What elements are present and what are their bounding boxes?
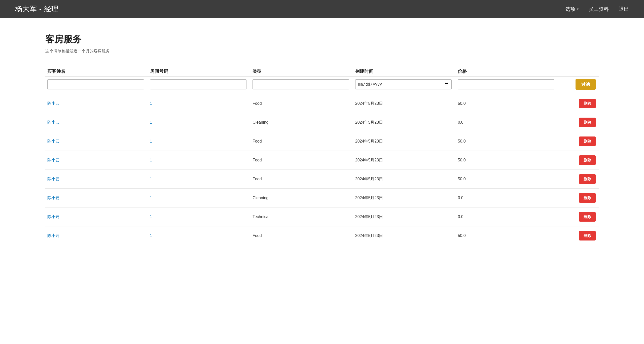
- price-cell: 0.0: [456, 120, 558, 125]
- room-number-link[interactable]: 1: [148, 196, 251, 200]
- guest-name-link[interactable]: 陈小云: [45, 139, 148, 144]
- action-col: 删除: [558, 99, 599, 108]
- room-number-link[interactable]: 1: [148, 101, 251, 106]
- col-header-price: 价格: [456, 68, 558, 74]
- options-label: 选项: [565, 6, 576, 13]
- delete-button[interactable]: 删除: [579, 193, 596, 203]
- delete-button[interactable]: 删除: [579, 99, 596, 108]
- room-number-link[interactable]: 1: [148, 215, 251, 219]
- table-row: 陈小云 1 Food 2024年5月23日 50.0 删除: [45, 226, 599, 245]
- type-cell: Food: [251, 233, 353, 238]
- guest-name-link[interactable]: 陈小云: [45, 233, 148, 238]
- price-cell: 50.0: [456, 233, 558, 238]
- delete-button[interactable]: 删除: [579, 118, 596, 127]
- date-filter-col: [353, 79, 454, 89]
- price-cell: 0.0: [456, 196, 558, 200]
- price-input[interactable]: [458, 79, 554, 89]
- filter-button[interactable]: 过滤: [576, 79, 596, 90]
- price-cell: 50.0: [456, 139, 558, 144]
- page-title: 客房服务: [45, 33, 599, 46]
- type-cell: Cleaning: [251, 196, 353, 200]
- table-row: 陈小云 1 Technical 2024年5月23日 0.0 删除: [45, 208, 599, 226]
- room-number-link[interactable]: 1: [148, 158, 251, 162]
- service-table: 宾客姓名 房间号码 类型 创建时间 价格 过滤: [45, 64, 599, 245]
- table-row: 陈小云 1 Food 2024年5月23日 50.0 删除: [45, 94, 599, 113]
- room-number-link[interactable]: 1: [148, 120, 251, 125]
- guest-name-link[interactable]: 陈小云: [45, 120, 148, 125]
- type-input[interactable]: [253, 79, 349, 89]
- action-col: 删除: [558, 155, 599, 165]
- room-number-link[interactable]: 1: [148, 177, 251, 181]
- type-cell: Food: [251, 139, 353, 144]
- type-cell: Food: [251, 177, 353, 181]
- type-cell: Cleaning: [251, 120, 353, 125]
- main-content: 客房服务 这个清单包括最近一个月的客房服务 宾客姓名 房间号码 类型 创建时间 …: [0, 18, 644, 344]
- action-col: 删除: [558, 193, 599, 203]
- price-cell: 50.0: [456, 177, 558, 181]
- logout-link[interactable]: 退出: [619, 6, 629, 13]
- created-time-cell: 2024年5月23日: [353, 120, 456, 125]
- guest-name-filter-col: [45, 79, 146, 89]
- room-number-filter-col: [148, 79, 249, 89]
- guest-name-link[interactable]: 陈小云: [45, 195, 148, 201]
- action-col: 删除: [558, 231, 599, 240]
- room-number-link[interactable]: 1: [148, 233, 251, 238]
- employee-info-link[interactable]: 员工资料: [589, 6, 609, 13]
- guest-name-link[interactable]: 陈小云: [45, 158, 148, 163]
- action-col: 删除: [558, 118, 599, 127]
- table-row: 陈小云 1 Food 2024年5月23日 50.0 删除: [45, 132, 599, 151]
- price-cell: 0.0: [456, 215, 558, 219]
- action-col: 删除: [558, 174, 599, 184]
- created-time-cell: 2024年5月23日: [353, 214, 456, 220]
- type-cell: Food: [251, 101, 353, 106]
- page-subtitle: 这个清单包括最近一个月的客房服务: [45, 49, 599, 54]
- chevron-down-icon: ▾: [577, 7, 579, 11]
- col-header-guest-name: 宾客姓名: [45, 68, 148, 74]
- created-time-cell: 2024年5月23日: [353, 139, 456, 144]
- room-number-link[interactable]: 1: [148, 139, 251, 144]
- price-filter-col: [456, 79, 556, 89]
- action-col: 删除: [558, 212, 599, 222]
- created-time-cell: 2024年5月23日: [353, 177, 456, 182]
- col-header-action: [558, 68, 599, 74]
- filter-button-col: 过滤: [558, 79, 599, 90]
- col-header-type: 类型: [251, 68, 353, 74]
- table-row: 陈小云 1 Cleaning 2024年5月23日 0.0 删除: [45, 189, 599, 208]
- header-nav: 选项 ▾ 员工资料 退出: [565, 6, 629, 13]
- type-cell: Technical: [251, 215, 353, 219]
- guest-name-link[interactable]: 陈小云: [45, 101, 148, 106]
- col-header-created-time: 创建时间: [353, 68, 456, 74]
- date-input[interactable]: [355, 79, 452, 89]
- room-number-input[interactable]: [150, 79, 247, 89]
- guest-name-input[interactable]: [47, 79, 144, 89]
- created-time-cell: 2024年5月23日: [353, 158, 456, 163]
- table-header: 宾客姓名 房间号码 类型 创建时间 价格: [45, 64, 599, 77]
- delete-button[interactable]: 删除: [579, 231, 596, 240]
- created-time-cell: 2024年5月23日: [353, 195, 456, 201]
- header-title: 杨大军 - 经理: [15, 4, 59, 14]
- created-time-cell: 2024年5月23日: [353, 233, 456, 238]
- table-body: 陈小云 1 Food 2024年5月23日 50.0 删除 陈小云 1 Clea…: [45, 94, 599, 245]
- col-header-room-number: 房间号码: [148, 68, 251, 74]
- delete-button[interactable]: 删除: [579, 155, 596, 165]
- table-row: 陈小云 1 Cleaning 2024年5月23日 0.0 删除: [45, 113, 599, 132]
- guest-name-link[interactable]: 陈小云: [45, 214, 148, 220]
- table-row: 陈小云 1 Food 2024年5月23日 50.0 删除: [45, 151, 599, 170]
- table-row: 陈小云 1 Food 2024年5月23日 50.0 删除: [45, 170, 599, 189]
- options-dropdown[interactable]: 选项 ▾: [565, 6, 579, 13]
- type-cell: Food: [251, 158, 353, 162]
- header: 杨大军 - 经理 选项 ▾ 员工资料 退出: [0, 0, 644, 18]
- delete-button[interactable]: 删除: [579, 136, 596, 146]
- delete-button[interactable]: 删除: [579, 212, 596, 222]
- action-col: 删除: [558, 136, 599, 146]
- price-cell: 50.0: [456, 101, 558, 106]
- delete-button[interactable]: 删除: [579, 174, 596, 184]
- guest-name-link[interactable]: 陈小云: [45, 177, 148, 182]
- filter-row: 过滤: [45, 77, 599, 94]
- created-time-cell: 2024年5月23日: [353, 101, 456, 106]
- price-cell: 50.0: [456, 158, 558, 162]
- type-filter-col: [251, 79, 351, 89]
